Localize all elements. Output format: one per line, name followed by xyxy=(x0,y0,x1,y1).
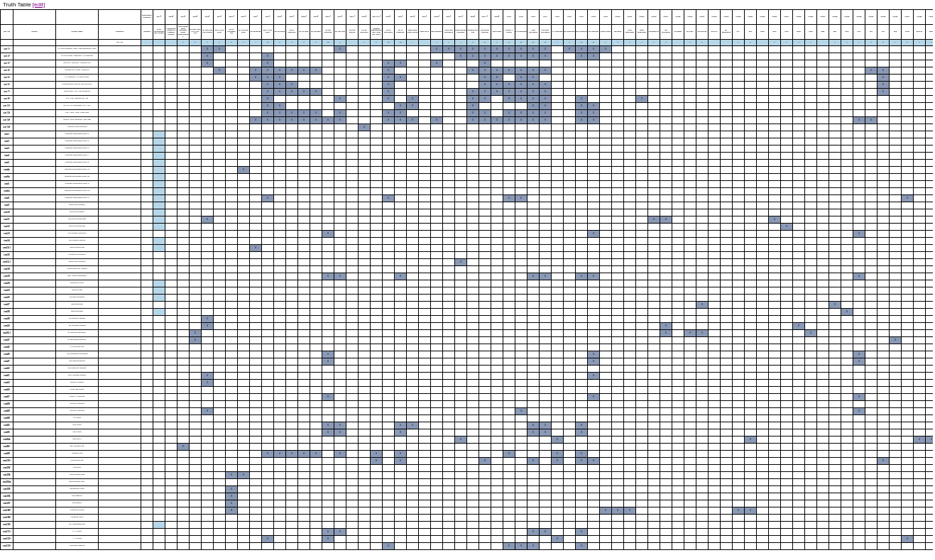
data-cell-marked: X xyxy=(491,75,503,82)
data-cell xyxy=(721,479,733,486)
data-cell xyxy=(515,160,527,167)
data-cell xyxy=(684,401,696,408)
data-cell xyxy=(190,167,202,174)
data-cell xyxy=(419,415,431,422)
data-cell xyxy=(177,224,190,231)
data-cell xyxy=(310,429,322,437)
data-cell xyxy=(177,216,190,224)
data-cell xyxy=(334,351,346,358)
data-cell xyxy=(286,287,298,295)
data-cell xyxy=(672,96,684,103)
data-cell xyxy=(890,181,902,188)
data-cell-marked: X xyxy=(527,82,540,89)
row-cluster: His6 tag C-terminal xyxy=(56,408,99,415)
highlight-cell xyxy=(153,167,165,174)
data-cell xyxy=(890,231,902,238)
row-comment xyxy=(99,380,141,387)
data-cell-marked: X xyxy=(455,46,467,53)
data-cell xyxy=(177,266,190,273)
data-cell xyxy=(660,231,672,238)
data-cell xyxy=(552,472,564,479)
data-cell xyxy=(443,387,455,394)
data-cell xyxy=(926,259,934,266)
data-cell xyxy=(467,337,479,344)
row-id: caa107 xyxy=(1,500,13,507)
data-cell xyxy=(793,259,805,266)
data-cell xyxy=(890,330,902,337)
data-cell xyxy=(660,174,672,181)
data-cell xyxy=(371,351,383,358)
data-cell xyxy=(564,486,576,493)
data-cell xyxy=(757,131,769,138)
col-header: cca10 xyxy=(612,10,624,25)
col-header: sacCᵇ xyxy=(177,10,190,25)
data-cell xyxy=(552,486,564,493)
row-cluster: Tetracycline selection xyxy=(56,259,99,266)
data-cell xyxy=(648,522,660,529)
data-cell xyxy=(781,493,793,500)
data-cell xyxy=(177,380,190,387)
data-cell xyxy=(914,493,926,500)
data-cell-marked: X xyxy=(479,67,491,75)
row-comment xyxy=(99,344,141,351)
tally-cell: 4 xyxy=(250,40,262,46)
data-cell-marked: X xyxy=(190,330,202,337)
data-cell xyxy=(926,472,934,479)
data-cell xyxy=(853,259,865,266)
data-cell xyxy=(902,422,914,429)
data-cell xyxy=(648,160,660,167)
row-cluster: Thrombin site xyxy=(56,451,99,458)
data-cell xyxy=(696,96,709,103)
data-cell xyxy=(310,358,322,366)
data-cell-marked: X xyxy=(383,117,395,124)
data-cell xyxy=(407,337,419,344)
data-cell xyxy=(890,401,902,408)
row-id: caa18 xyxy=(1,266,13,273)
data-cell xyxy=(829,174,841,181)
data-cell xyxy=(612,295,624,302)
data-cell xyxy=(781,380,793,387)
data-cell-marked: X xyxy=(250,117,262,124)
edit-link[interactable]: [edit] xyxy=(33,1,45,8)
data-cell xyxy=(226,309,238,316)
data-cell xyxy=(564,302,576,309)
data-cell xyxy=(841,202,853,209)
data-cell xyxy=(527,259,540,266)
data-cell xyxy=(455,309,467,316)
row-source xyxy=(13,67,56,75)
data-cell xyxy=(733,110,745,117)
data-cell xyxy=(793,373,805,380)
data-cell xyxy=(346,394,359,401)
data-cell xyxy=(841,224,853,231)
row-cluster: Tn10 insertion test xyxy=(56,245,99,252)
data-cell xyxy=(334,444,346,451)
data-cell xyxy=(334,330,346,337)
data-cell xyxy=(467,373,479,380)
data-cell xyxy=(672,202,684,209)
data-cell xyxy=(214,429,226,437)
data-cell-marked: X xyxy=(515,46,527,53)
data-cell xyxy=(769,82,781,89)
data-cell xyxy=(612,280,624,287)
data-cell xyxy=(540,309,552,316)
data-cell xyxy=(576,231,588,238)
data-cell-marked: X xyxy=(322,358,334,366)
data-cell xyxy=(636,344,648,351)
data-cell xyxy=(165,259,177,266)
table-row: caa3Cassette amplification assay 3 xyxy=(1,146,934,153)
data-cell xyxy=(926,117,934,124)
data-cell xyxy=(648,444,660,451)
tally-cell: 4 xyxy=(455,40,467,46)
data-cell xyxy=(781,195,793,202)
data-cell xyxy=(214,479,226,486)
data-cell xyxy=(407,188,419,195)
data-cell xyxy=(479,131,491,138)
data-cell xyxy=(165,216,177,224)
row-id: caa9 xyxy=(1,202,13,209)
row-source xyxy=(13,351,56,358)
data-cell xyxy=(890,124,902,131)
data-cell xyxy=(793,380,805,387)
data-cell xyxy=(672,188,684,195)
col-header: cca2 xyxy=(515,10,527,25)
highlight-cell xyxy=(153,160,165,167)
